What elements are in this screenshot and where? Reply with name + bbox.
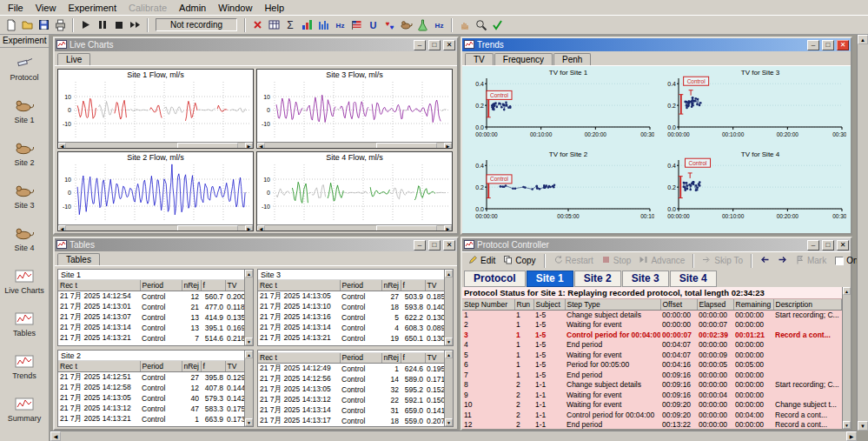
table-row[interactable]: 21 7月 2025 14:12:49Control1624.60.195 [258, 364, 444, 375]
table-row[interactable]: 21 7月 2025 14:12:56Control14589.00.171 [258, 374, 444, 384]
table-row[interactable]: 21 7月 2025 14:13:21Control1663.90.173 [58, 414, 244, 424]
protocol-step-row[interactable]: 211-5Waiting for event00:00:0000:00:0700… [462, 320, 842, 331]
column-header[interactable]: Step Number [462, 299, 514, 310]
sidebar-item-summary[interactable]: Summary [0, 389, 49, 431]
scroll-left-icon[interactable]: ◀ [58, 225, 66, 231]
column-header[interactable]: f [201, 361, 225, 371]
mdi-vertical-scrollbar[interactable]: ▲ ▼ [857, 35, 868, 431]
scroll-right-icon[interactable]: ▶ [444, 143, 452, 149]
table-row[interactable]: 21 7月 2025 14:13:21Control7514.60.218 [58, 333, 244, 344]
scroll-track[interactable] [265, 143, 444, 149]
sidebar-item-site-4[interactable]: Site 4 [0, 218, 49, 261]
magnifier-icon[interactable] [473, 17, 489, 33]
scroll-down-icon[interactable]: ▼ [245, 337, 253, 345]
protocol-step-row[interactable]: 611-5Period for 00:05:0000:04:1600:00:05… [462, 360, 842, 371]
trends-titlebar[interactable]: Trends – □ ✕ [462, 38, 851, 51]
data-table-icon[interactable] [266, 17, 282, 33]
table-row[interactable]: 21 7月 2025 14:13:12Control22592.10.150 [258, 395, 444, 405]
edit-button[interactable]: Edit [465, 254, 499, 267]
pause-icon[interactable] [94, 17, 110, 33]
scroll-up-icon[interactable]: ▲ [245, 351, 253, 358]
menu-window[interactable]: Window [212, 2, 258, 14]
scroll-down-icon[interactable]: ▼ [843, 421, 851, 429]
minimize-button[interactable]: – [807, 40, 819, 50]
column-header[interactable]: TV [425, 280, 444, 291]
close-button[interactable]: ✕ [837, 40, 849, 50]
protocol-step-row[interactable]: 411-5End period00:04:0700:00:0000:00:00 [462, 340, 842, 351]
menu-experiment[interactable]: Experiment [62, 2, 123, 14]
forward-arrow-button[interactable] [774, 254, 791, 267]
sidebar-item-protocol[interactable]: Protocol [0, 48, 49, 90]
scroll-right-icon[interactable]: ▶ [245, 143, 253, 149]
column-header[interactable]: Period [340, 280, 381, 291]
close-button[interactable]: ✕ [443, 240, 455, 251]
menu-admin[interactable]: Admin [173, 2, 212, 14]
sidebar-item-site-3[interactable]: Site 3 [0, 176, 49, 218]
frequency-icon[interactable]: Hz [332, 17, 348, 33]
live-charts-titlebar[interactable]: Live Charts – □ ✕ [55, 38, 457, 51]
scroll-up-icon[interactable]: ▲ [245, 270, 253, 277]
table-row[interactable]: 21 7月 2025 14:13:05Control32595.20.152 [258, 384, 444, 395]
scroll-up-icon[interactable]: ▲ [843, 287, 851, 295]
table-row[interactable]: 21 7月 2025 14:13:07Control13414.90.135 [58, 312, 244, 323]
protocol-step-row[interactable]: 311-5Control period for 00:04:00,00:00:0… [462, 330, 842, 340]
scroll-right-icon[interactable]: ▶ [444, 225, 452, 231]
protocol-step-row[interactable]: 711-5End period00:09:1600:00:0000:00:00 [462, 370, 842, 380]
protocol-step-row[interactable]: 1221-1End period00:13:2200:00:0000:00:00… [462, 420, 842, 430]
column-header[interactable]: Period [140, 280, 182, 291]
table-row[interactable]: 21 7月 2025 14:13:14Control4608.30.089 [258, 323, 444, 333]
column-header[interactable]: nRej [381, 280, 401, 291]
protocol-step-row[interactable]: 1121-1Control period for 00:04:0000:09:2… [462, 410, 842, 420]
table-row[interactable]: 21 7月 2025 14:13:16Control5622.20.130 [258, 312, 444, 323]
table-row[interactable]: 21 7月 2025 14:13:01Control21477.00.118 [58, 302, 244, 312]
scroll-left-icon[interactable]: ◀ [257, 143, 265, 149]
table-row[interactable]: 21 7月 2025 14:13:10Control18593.80.140 [258, 302, 444, 312]
maximize-button[interactable]: □ [428, 40, 441, 50]
maximize-button[interactable]: □ [822, 240, 834, 251]
scroll-left-icon[interactable]: ◀ [50, 431, 61, 441]
scroll-down-icon[interactable]: ▼ [445, 337, 453, 345]
column-header[interactable]: nRej [182, 361, 201, 371]
fast-forward-icon[interactable] [127, 17, 143, 33]
print-icon[interactable] [52, 17, 69, 33]
table-row[interactable]: 21 7月 2025 14:13:17Control18559.00.207 [258, 416, 444, 426]
column-header[interactable]: Run [514, 299, 533, 310]
column-header[interactable]: Period [340, 353, 381, 364]
protocol-step-row[interactable]: 511-5Waiting for event00:04:0700:00:0900… [462, 350, 842, 360]
protocol-step-row[interactable]: 111-5Change subject details00:00:0000:00… [462, 310, 842, 320]
protocol-scrollbar[interactable]: ▲ ▼ [842, 287, 851, 429]
mouse-icon[interactable] [398, 17, 414, 33]
sidebar-item-trends[interactable]: Trends [0, 346, 49, 389]
column-header[interactable]: Offset [660, 299, 697, 310]
tab-penh[interactable]: Penh [553, 53, 591, 65]
chart-scrollbar[interactable]: ◀▶ [58, 224, 253, 231]
bar-chart-icon[interactable] [299, 17, 315, 33]
menu-file[interactable]: File [2, 2, 30, 14]
column-header[interactable]: Subject [533, 299, 565, 310]
sidebar-item-site-1[interactable]: Site 1 [0, 90, 49, 133]
sum-icon[interactable]: Σ [282, 17, 299, 33]
units-icon[interactable]: U [365, 17, 381, 33]
delete-icon[interactable] [249, 17, 266, 33]
frequency2-icon[interactable]: Hz [431, 17, 447, 33]
maximize-button[interactable]: □ [822, 40, 834, 50]
stop-icon[interactable] [110, 17, 127, 33]
chart-scrollbar[interactable]: ◀▶ [257, 142, 452, 149]
sidebar-item-site-2[interactable]: Site 2 [0, 133, 49, 176]
scroll-right-icon[interactable]: ▶ [846, 431, 857, 441]
flag-icon[interactable] [348, 17, 365, 33]
column-header[interactable]: Rec t [258, 280, 340, 291]
table-scrollbar[interactable]: ▲▼ [244, 270, 253, 345]
chart-scrollbar[interactable]: ◀▶ [257, 224, 452, 231]
table-row[interactable]: 21 7月 2025 14:13:14Control31659.00.141 [258, 405, 444, 416]
protocol-tab-site-1[interactable]: Site 1 [527, 271, 573, 287]
table-row[interactable]: 21 7月 2025 14:13:12Control47583.30.175 [58, 404, 244, 414]
play-icon[interactable] [77, 17, 94, 33]
table-scrollbar[interactable]: ▲▼ [244, 351, 253, 426]
scroll-left-icon[interactable]: ◀ [58, 143, 66, 149]
column-header[interactable]: nRej [381, 353, 401, 364]
protocol-tab-protocol[interactable]: Protocol [464, 271, 526, 287]
column-header[interactable]: Description [773, 299, 842, 310]
histogram-icon[interactable] [315, 17, 332, 33]
menu-view[interactable]: View [30, 2, 63, 14]
